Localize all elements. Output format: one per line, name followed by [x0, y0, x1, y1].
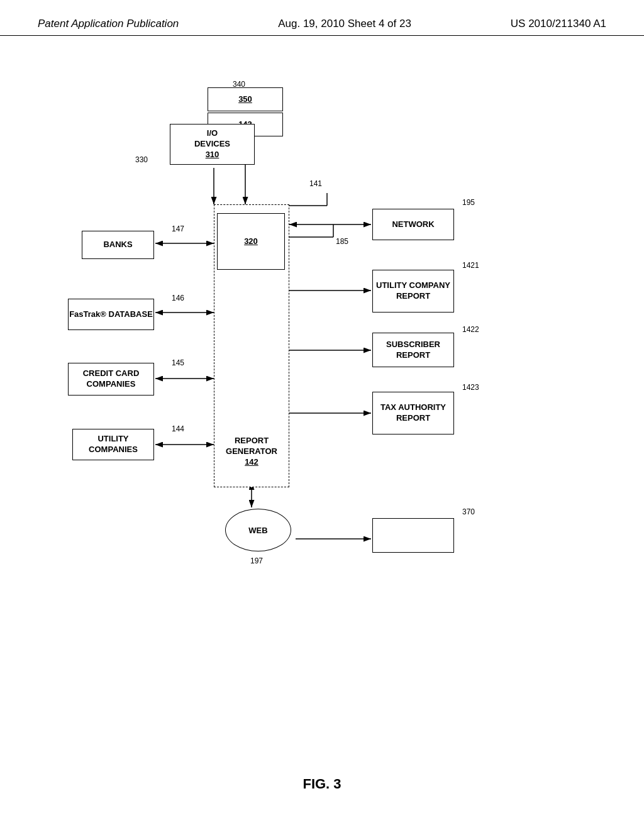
box-320: 320 — [217, 213, 285, 270]
web-label: WEB — [248, 526, 267, 535]
utility-report-label: UTILITY COMPANY REPORT — [373, 280, 453, 302]
label-1422: 1422 — [462, 325, 479, 334]
utility-label: UTILITY COMPANIES — [73, 434, 153, 455]
banks-label: BANKS — [103, 240, 132, 250]
label-185: 185 — [336, 237, 348, 246]
box-fastrak: FasTrak® DATABASE — [68, 299, 154, 330]
label-146: 146 — [172, 294, 184, 302]
label-1421: 1421 — [462, 261, 479, 270]
box-utility-companies: UTILITY COMPANIES — [72, 429, 154, 460]
label-147: 147 — [172, 224, 184, 233]
box-350: 350 — [208, 87, 283, 111]
box-370 — [372, 518, 454, 553]
box-320-label: 320 — [244, 236, 258, 247]
report-gen-label: REPORTGENERATOR142 — [226, 436, 277, 468]
label-197: 197 — [250, 556, 263, 565]
page-header: Patent Application Publication Aug. 19, … — [0, 0, 644, 36]
page: Patent Application Publication Aug. 19, … — [0, 0, 644, 830]
subscriber-report-label: SUBSCRIBER REPORT — [373, 340, 453, 361]
header-publication-label: Patent Application Publication — [38, 18, 179, 30]
box-network: NETWORK — [372, 209, 454, 240]
ellipse-web: WEB — [225, 509, 291, 551]
box-io-devices: I/ODEVICES310 — [170, 124, 255, 165]
network-label: NETWORK — [392, 219, 434, 230]
box-subscriber-report: SUBSCRIBER REPORT — [372, 333, 454, 367]
credit-card-label: CREDIT CARD COMPANIES — [69, 368, 153, 390]
label-141: 141 — [309, 179, 322, 188]
box-banks: BANKS — [82, 231, 154, 259]
box-utility-report: UTILITY COMPANY REPORT — [372, 270, 454, 313]
box-tax-report: TAX AUTHORITY REPORT — [372, 392, 454, 434]
io-devices-label: I/ODEVICES310 — [194, 128, 230, 160]
label-330: 330 — [135, 155, 148, 164]
diagram: 340 350 143 141 330 I/ODEVICES310 REPORT… — [0, 42, 644, 765]
tax-report-label: TAX AUTHORITY REPORT — [373, 402, 453, 424]
label-144: 144 — [172, 424, 184, 433]
label-145: 145 — [172, 358, 184, 367]
label-1423: 1423 — [462, 383, 479, 392]
label-370: 370 — [462, 507, 475, 516]
header-date-sheet: Aug. 19, 2010 Sheet 4 of 23 — [278, 18, 411, 30]
box-credit-card: CREDIT CARD COMPANIES — [68, 363, 154, 396]
box-350-label: 350 — [238, 94, 252, 105]
figure-caption: FIG. 3 — [303, 776, 341, 792]
label-195: 195 — [462, 198, 475, 207]
fastrak-label: FasTrak® DATABASE — [69, 309, 153, 320]
header-patent-number: US 2010/211340 A1 — [511, 18, 606, 30]
